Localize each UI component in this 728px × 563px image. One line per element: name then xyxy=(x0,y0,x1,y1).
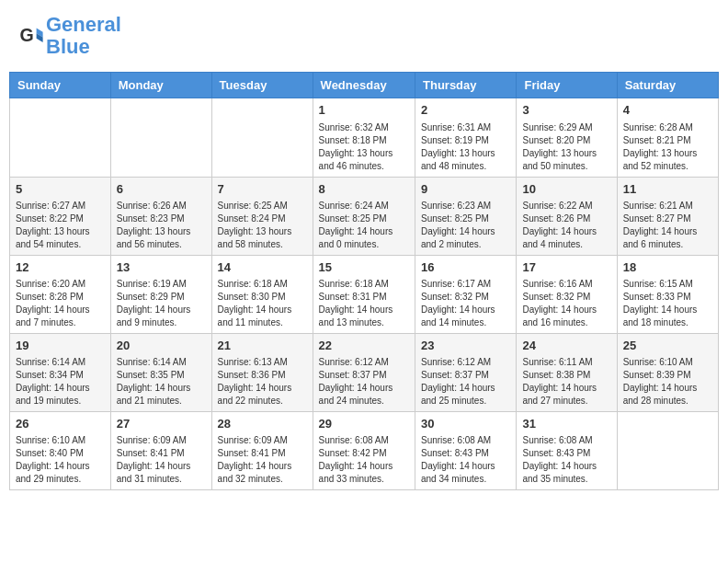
day-info: Sunrise: 6:22 AMSunset: 8:26 PMDaylight:… xyxy=(522,200,610,251)
day-info: Sunrise: 6:12 AMSunset: 8:37 PMDaylight:… xyxy=(421,356,510,408)
day-info: Sunrise: 6:19 AMSunset: 8:29 PMDaylight:… xyxy=(117,278,206,329)
calendar-cell: 15Sunrise: 6:18 AMSunset: 8:31 PMDayligh… xyxy=(313,255,415,333)
calendar-cell: 23Sunrise: 6:12 AMSunset: 8:37 PMDayligh… xyxy=(415,333,517,411)
calendar-table: SundayMondayTuesdayWednesdayThursdayFrid… xyxy=(9,72,719,490)
day-info: Sunrise: 6:28 AMSunset: 8:21 PMDaylight:… xyxy=(623,121,712,173)
calendar-cell: 14Sunrise: 6:18 AMSunset: 8:30 PMDayligh… xyxy=(211,255,313,333)
day-info: Sunrise: 6:23 AMSunset: 8:25 PMDaylight:… xyxy=(421,200,510,251)
calendar-cell: 13Sunrise: 6:19 AMSunset: 8:29 PMDayligh… xyxy=(110,255,211,333)
calendar-cell: 3Sunrise: 6:29 AMSunset: 8:20 PMDaylight… xyxy=(517,98,617,177)
calendar-cell: 16Sunrise: 6:17 AMSunset: 8:32 PMDayligh… xyxy=(415,255,517,333)
calendar-cell: 8Sunrise: 6:24 AMSunset: 8:25 PMDaylight… xyxy=(313,177,415,255)
day-info: Sunrise: 6:09 AMSunset: 8:41 PMDaylight:… xyxy=(117,434,206,486)
day-header-friday: Friday xyxy=(517,73,617,98)
calendar-cell: 1Sunrise: 6:32 AMSunset: 8:18 PMDaylight… xyxy=(313,98,415,177)
page-header: G General Blue xyxy=(9,9,719,63)
day-number: 19 xyxy=(16,338,105,354)
calendar-week-row: 1Sunrise: 6:32 AMSunset: 8:18 PMDaylight… xyxy=(10,98,719,177)
day-header-sunday: Sunday xyxy=(10,73,111,98)
day-number: 9 xyxy=(421,181,510,198)
calendar-cell: 28Sunrise: 6:09 AMSunset: 8:41 PMDayligh… xyxy=(211,412,313,490)
day-info: Sunrise: 6:25 AMSunset: 8:24 PMDaylight:… xyxy=(218,200,307,251)
day-number: 20 xyxy=(117,338,206,354)
day-number: 29 xyxy=(319,416,409,432)
calendar-cell: 9Sunrise: 6:23 AMSunset: 8:25 PMDaylight… xyxy=(415,177,517,255)
calendar-cell: 7Sunrise: 6:25 AMSunset: 8:24 PMDaylight… xyxy=(211,177,313,255)
day-info: Sunrise: 6:26 AMSunset: 8:23 PMDaylight:… xyxy=(117,200,206,251)
calendar-cell: 22Sunrise: 6:12 AMSunset: 8:37 PMDayligh… xyxy=(313,333,415,411)
calendar-cell: 31Sunrise: 6:08 AMSunset: 8:43 PMDayligh… xyxy=(517,412,617,490)
logo-general: General xyxy=(46,13,121,36)
day-number: 30 xyxy=(421,416,510,432)
day-number: 26 xyxy=(16,416,105,432)
calendar-cell: 11Sunrise: 6:21 AMSunset: 8:27 PMDayligh… xyxy=(617,177,718,255)
day-info: Sunrise: 6:14 AMSunset: 8:35 PMDaylight:… xyxy=(117,356,206,408)
calendar-cell: 29Sunrise: 6:08 AMSunset: 8:42 PMDayligh… xyxy=(313,412,415,490)
day-number: 6 xyxy=(117,181,206,198)
calendar-header-row: SundayMondayTuesdayWednesdayThursdayFrid… xyxy=(10,73,719,98)
calendar-cell: 26Sunrise: 6:10 AMSunset: 8:40 PMDayligh… xyxy=(10,412,111,490)
day-header-thursday: Thursday xyxy=(415,73,517,98)
calendar-cell xyxy=(211,98,313,177)
calendar-cell: 30Sunrise: 6:08 AMSunset: 8:43 PMDayligh… xyxy=(415,412,517,490)
calendar-cell: 17Sunrise: 6:16 AMSunset: 8:32 PMDayligh… xyxy=(517,255,617,333)
calendar-cell: 2Sunrise: 6:31 AMSunset: 8:19 PMDaylight… xyxy=(415,98,517,177)
day-number: 23 xyxy=(421,338,510,354)
day-header-monday: Monday xyxy=(110,73,211,98)
day-info: Sunrise: 6:14 AMSunset: 8:34 PMDaylight:… xyxy=(16,356,105,408)
day-number: 25 xyxy=(623,338,712,354)
day-number: 13 xyxy=(117,259,206,276)
calendar-week-row: 26Sunrise: 6:10 AMSunset: 8:40 PMDayligh… xyxy=(10,412,719,490)
day-info: Sunrise: 6:10 AMSunset: 8:40 PMDaylight:… xyxy=(16,434,105,486)
day-number: 1 xyxy=(319,102,409,119)
day-header-saturday: Saturday xyxy=(617,73,718,98)
logo: G General Blue xyxy=(18,14,121,58)
day-number: 27 xyxy=(117,416,206,432)
day-info: Sunrise: 6:10 AMSunset: 8:39 PMDaylight:… xyxy=(623,356,712,408)
calendar-week-row: 5Sunrise: 6:27 AMSunset: 8:22 PMDaylight… xyxy=(10,177,719,255)
calendar-cell: 20Sunrise: 6:14 AMSunset: 8:35 PMDayligh… xyxy=(110,333,211,411)
logo-icon: G xyxy=(18,23,44,49)
calendar-cell: 19Sunrise: 6:14 AMSunset: 8:34 PMDayligh… xyxy=(10,333,111,411)
calendar-cell: 27Sunrise: 6:09 AMSunset: 8:41 PMDayligh… xyxy=(110,412,211,490)
day-number: 4 xyxy=(623,102,712,119)
day-number: 24 xyxy=(522,338,610,354)
day-number: 10 xyxy=(522,181,610,198)
day-info: Sunrise: 6:20 AMSunset: 8:28 PMDaylight:… xyxy=(16,278,105,329)
calendar-cell xyxy=(10,98,111,177)
calendar-cell: 25Sunrise: 6:10 AMSunset: 8:39 PMDayligh… xyxy=(617,333,718,411)
day-number: 3 xyxy=(522,102,610,119)
calendar-week-row: 19Sunrise: 6:14 AMSunset: 8:34 PMDayligh… xyxy=(10,333,719,411)
calendar-cell: 12Sunrise: 6:20 AMSunset: 8:28 PMDayligh… xyxy=(10,255,111,333)
day-info: Sunrise: 6:24 AMSunset: 8:25 PMDaylight:… xyxy=(319,200,409,251)
svg-text:G: G xyxy=(19,25,33,45)
day-number: 17 xyxy=(522,259,610,276)
day-info: Sunrise: 6:08 AMSunset: 8:42 PMDaylight:… xyxy=(319,434,409,486)
calendar-cell xyxy=(617,412,718,490)
day-info: Sunrise: 6:12 AMSunset: 8:37 PMDaylight:… xyxy=(319,356,409,408)
calendar-week-row: 12Sunrise: 6:20 AMSunset: 8:28 PMDayligh… xyxy=(10,255,719,333)
day-info: Sunrise: 6:08 AMSunset: 8:43 PMDaylight:… xyxy=(421,434,510,486)
day-info: Sunrise: 6:21 AMSunset: 8:27 PMDaylight:… xyxy=(623,200,712,251)
calendar-cell: 5Sunrise: 6:27 AMSunset: 8:22 PMDaylight… xyxy=(10,177,111,255)
day-info: Sunrise: 6:32 AMSunset: 8:18 PMDaylight:… xyxy=(319,121,409,173)
day-info: Sunrise: 6:13 AMSunset: 8:36 PMDaylight:… xyxy=(218,356,307,408)
day-info: Sunrise: 6:29 AMSunset: 8:20 PMDaylight:… xyxy=(522,121,610,173)
day-number: 22 xyxy=(319,338,409,354)
day-number: 31 xyxy=(522,416,610,432)
day-info: Sunrise: 6:17 AMSunset: 8:32 PMDaylight:… xyxy=(421,278,510,329)
calendar-cell: 4Sunrise: 6:28 AMSunset: 8:21 PMDaylight… xyxy=(617,98,718,177)
day-info: Sunrise: 6:18 AMSunset: 8:31 PMDaylight:… xyxy=(319,278,409,329)
day-number: 5 xyxy=(16,181,105,198)
day-info: Sunrise: 6:08 AMSunset: 8:43 PMDaylight:… xyxy=(522,434,610,486)
day-info: Sunrise: 6:27 AMSunset: 8:22 PMDaylight:… xyxy=(16,200,105,251)
logo-blue: Blue xyxy=(46,35,90,58)
day-number: 12 xyxy=(16,259,105,276)
day-info: Sunrise: 6:09 AMSunset: 8:41 PMDaylight:… xyxy=(218,434,307,486)
calendar-cell: 10Sunrise: 6:22 AMSunset: 8:26 PMDayligh… xyxy=(517,177,617,255)
day-header-wednesday: Wednesday xyxy=(313,73,415,98)
day-header-tuesday: Tuesday xyxy=(211,73,313,98)
day-number: 28 xyxy=(218,416,307,432)
day-number: 7 xyxy=(218,181,307,198)
calendar-cell xyxy=(110,98,211,177)
